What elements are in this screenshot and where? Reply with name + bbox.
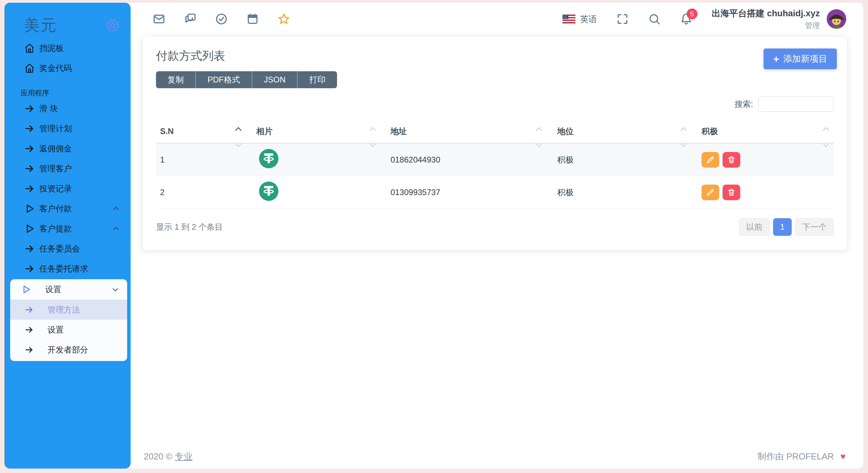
sidebar-nav: 挡泥板奖金代码应用程序滑 块管理计划返佣佣金管理客户投资记录客户付款客户提款任务… — [4, 38, 131, 279]
pagination-page-1-button[interactable]: 1 — [773, 218, 792, 236]
footer: 2020 © 专业 制作由 PROFELAR ♥ — [126, 451, 863, 462]
column-header[interactable]: 地位 — [547, 122, 691, 143]
edit-button[interactable] — [702, 152, 719, 168]
check-circle-icon[interactable] — [215, 13, 228, 25]
column-header[interactable]: S.N — [156, 122, 246, 143]
sidebar-subitem[interactable]: 管理方法 — [10, 300, 127, 320]
sidebar-item[interactable]: 任务委托请求 — [4, 259, 131, 279]
table-header-row: S.N相片地址地位积极 — [156, 122, 834, 143]
language-switcher[interactable]: 英语 — [563, 14, 597, 25]
add-new-item-label: 添加新项目 — [783, 53, 827, 65]
delete-button[interactable] — [723, 152, 740, 168]
sidebar-item-settings-group[interactable]: 设置 — [10, 279, 127, 300]
column-header-label: 相片 — [256, 127, 273, 136]
sidebar-item-label: 滑 块 — [39, 103, 120, 114]
sidebar-item-label: 管理计划 — [39, 123, 120, 134]
sidebar-subitem[interactable]: 设置 — [10, 320, 127, 340]
plus-icon: + — [773, 54, 779, 64]
sidebar-item[interactable]: 管理计划 — [4, 118, 131, 138]
table-search-input[interactable] — [758, 96, 834, 112]
chat-icon[interactable] — [184, 13, 197, 25]
cell-address: 01862044930 — [380, 143, 547, 176]
fullscreen-icon[interactable] — [616, 13, 629, 25]
page: 英语 5 出海平台搭建 chuhaidj.xyz 管 — [0, 0, 868, 473]
cell-status: 积极 — [547, 176, 691, 209]
footer-brand-link[interactable]: 专业 — [175, 451, 192, 461]
search-label: 搜索: — [734, 99, 753, 110]
user-role: 管理 — [712, 21, 820, 31]
export-button-0[interactable]: 复制 — [156, 71, 196, 88]
page-title: 付款方式列表 — [156, 48, 834, 64]
arrow-right-icon — [24, 305, 34, 315]
arrow-right-icon — [24, 103, 35, 114]
cell-address: 01309935737 — [380, 176, 547, 209]
chevron-up-icon — [112, 204, 120, 213]
table-row: 101862044930积极 — [156, 143, 834, 176]
sidebar-item[interactable]: 投资记录 — [4, 178, 131, 198]
payment-methods-table: S.N相片地址地位积极 101862044930积极201309935737积极 — [156, 122, 834, 209]
user-menu[interactable]: 出海平台搭建 chuhaidj.xyz 管理 — [712, 7, 846, 31]
sidebar-item[interactable]: 挡泥板 — [4, 38, 131, 58]
tether-icon — [259, 182, 278, 201]
language-label: 英语 — [580, 14, 597, 25]
us-flag-icon — [563, 15, 575, 23]
sidebar-item-label: 投资记录 — [39, 183, 120, 194]
sidebar-subitem-label: 开发者部分 — [47, 344, 88, 355]
notification-badge: 5 — [687, 8, 697, 19]
export-button-1[interactable]: PDF格式 — [196, 71, 252, 88]
column-header[interactable]: 地址 — [380, 122, 547, 143]
sort-asc-icon[interactable] — [369, 127, 376, 134]
sidebar-item[interactable]: 客户提款 — [4, 219, 131, 239]
topbar: 英语 5 出海平台搭建 chuhaidj.xyz 管 — [126, 3, 863, 35]
sidebar-item-label: 任务委员会 — [39, 243, 120, 254]
heart-icon: ♥ — [841, 451, 846, 461]
sidebar-subitem[interactable]: 开发者部分 — [10, 340, 127, 360]
sidebar-item-label: 任务委托请求 — [39, 263, 120, 274]
search-icon[interactable] — [648, 13, 661, 25]
sort-asc-icon[interactable] — [536, 127, 543, 134]
calendar-icon[interactable] — [246, 13, 259, 25]
cell-sn: 2 — [156, 176, 246, 209]
column-header[interactable]: 相片 — [246, 122, 380, 143]
arrow-right-icon — [24, 243, 35, 254]
notifications-button[interactable]: 5 — [680, 13, 693, 25]
export-button-2[interactable]: JSON — [252, 71, 298, 88]
table-body: 101862044930积极201309935737积极 — [156, 143, 834, 209]
sidebar-item[interactable]: 客户付款 — [4, 198, 131, 219]
sidebar-item-label: 返佣佣金 — [39, 143, 120, 154]
search-row: 搜索: — [156, 96, 834, 112]
avatar — [827, 9, 846, 29]
trash-icon — [727, 188, 736, 197]
column-header-label: 积极 — [702, 127, 718, 136]
export-button-3[interactable]: 打印 — [298, 71, 337, 88]
sidebar-item[interactable]: 任务委员会 — [4, 239, 131, 259]
export-button-group: 复制PDF格式JSON打印 — [156, 71, 337, 88]
pagination: 以前 1 下一个 — [739, 218, 834, 236]
sort-asc-icon[interactable] — [823, 127, 829, 134]
sort-asc-icon[interactable] — [235, 127, 242, 134]
sort-asc-icon[interactable] — [680, 127, 687, 134]
sidebar-item[interactable]: 管理客户 — [4, 158, 131, 178]
target-icon[interactable] — [105, 18, 120, 33]
star-icon[interactable] — [277, 13, 290, 25]
arrow-right-icon — [24, 143, 35, 154]
sidebar-section-label: 应用程序 — [4, 83, 131, 98]
sidebar-item[interactable]: 滑 块 — [4, 98, 131, 118]
arrow-right-icon — [24, 325, 34, 335]
sidebar-item[interactable]: 奖金代码 — [4, 58, 131, 78]
column-header-label: 地位 — [557, 127, 573, 136]
column-header[interactable]: 积极 — [691, 122, 834, 143]
footer-copyright: 2020 © 专业 — [144, 451, 192, 462]
pagination-prev-button[interactable]: 以前 — [739, 218, 770, 236]
arrow-right-icon — [24, 263, 35, 274]
sidebar-item-label: 奖金代码 — [39, 63, 120, 74]
home-icon — [24, 43, 35, 54]
chevron-up-icon — [112, 224, 120, 233]
pagination-next-button[interactable]: 下一个 — [795, 218, 834, 236]
mail-icon[interactable] — [153, 13, 165, 25]
delete-button[interactable] — [723, 185, 740, 200]
add-new-item-button[interactable]: + 添加新项目 — [764, 49, 837, 69]
edit-button[interactable] — [702, 185, 719, 200]
pencil-icon — [706, 155, 715, 164]
sidebar-item[interactable]: 返佣佣金 — [4, 138, 131, 158]
